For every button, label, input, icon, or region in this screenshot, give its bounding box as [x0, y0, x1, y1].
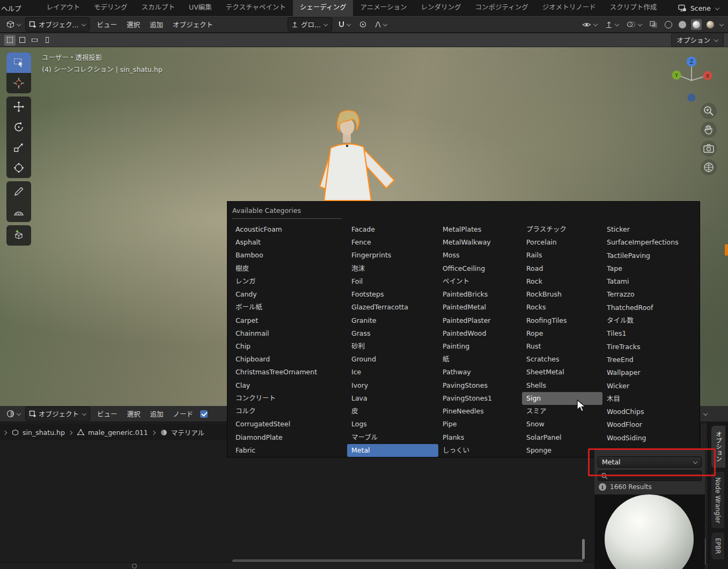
category-item[interactable]: Wallpaper: [602, 366, 697, 379]
category-item[interactable]: RoofingTiles: [522, 314, 602, 327]
scene-selector[interactable]: Scene: [678, 4, 728, 12]
category-item[interactable]: スミア: [522, 405, 602, 418]
tool-annotate[interactable]: [6, 181, 31, 202]
category-item[interactable]: 皮: [347, 405, 438, 418]
falloff-dropdown[interactable]: [372, 19, 390, 29]
category-item[interactable]: レンガ: [231, 275, 347, 288]
category-item[interactable]: ChristmasTreeOrnament: [231, 366, 347, 379]
workspace-tab[interactable]: シェーディング: [293, 0, 354, 16]
category-item[interactable]: GlazedTerracotta: [347, 301, 438, 314]
select-mode-extend-button[interactable]: [17, 35, 28, 46]
category-item[interactable]: Ground: [347, 353, 438, 366]
category-item[interactable]: Rock: [522, 275, 602, 288]
category-item[interactable]: SolarPanel: [522, 431, 602, 444]
category-item[interactable]: PaintedMetal: [438, 301, 522, 314]
use-nodes-checkbox[interactable]: [200, 410, 208, 418]
tool-add-cube[interactable]: [6, 225, 31, 246]
category-item[interactable]: PavingStones: [438, 379, 522, 392]
category-item[interactable]: Fabric: [231, 444, 347, 457]
breadcrumb-item[interactable]: male_generic.011: [88, 428, 148, 437]
category-item[interactable]: 砂利: [347, 340, 438, 353]
category-item[interactable]: Rope: [522, 327, 602, 340]
category-item[interactable]: Wicker: [602, 380, 697, 393]
workspace-tab[interactable]: スクリプト作成: [603, 0, 664, 16]
workspace-tab[interactable]: モデリング: [87, 0, 135, 16]
menu-help[interactable]: ヘルプ: [0, 3, 27, 13]
category-item[interactable]: Rocks: [522, 301, 602, 314]
category-item[interactable]: Foil: [347, 275, 438, 288]
category-item[interactable]: Tiles1: [602, 327, 697, 340]
workspace-tab[interactable]: レイアウト: [40, 0, 87, 16]
tool-move[interactable]: [6, 97, 31, 117]
shader-editor-type-button[interactable]: [4, 408, 23, 419]
shading-dropdown-chevron[interactable]: [719, 22, 724, 27]
workspace-tab[interactable]: コンポジティング: [468, 0, 535, 16]
ortho-toggle-button[interactable]: [701, 159, 717, 175]
category-item[interactable]: Road: [522, 262, 602, 275]
category-item[interactable]: 紙: [438, 353, 522, 366]
category-item[interactable]: Planks: [438, 431, 522, 444]
sidebar-tab[interactable]: EPBR: [711, 533, 724, 559]
workspace-tab[interactable]: スカルプト: [135, 0, 182, 16]
category-item[interactable]: Terrazzo: [602, 288, 697, 301]
shader-type-dropdown[interactable]: オブジェクト: [25, 407, 90, 421]
category-item[interactable]: タイル数: [602, 314, 697, 327]
workspace-tab[interactable]: ジオメトリノード: [535, 0, 603, 16]
snap-button[interactable]: [336, 19, 354, 30]
category-item[interactable]: WoodFloor: [602, 418, 697, 431]
editor-type-button[interactable]: [4, 19, 23, 30]
pan-button[interactable]: [701, 122, 717, 138]
workspace-tab[interactable]: UV編集: [182, 0, 219, 16]
category-item[interactable]: PineNeedles: [438, 405, 522, 418]
category-item[interactable]: RockBrush: [522, 288, 602, 301]
category-item[interactable]: Rust: [522, 340, 602, 353]
shading-wireframe-button[interactable]: [663, 19, 674, 30]
visibility-dropdown[interactable]: [580, 20, 600, 29]
workspace-tab[interactable]: アニメーション: [353, 0, 414, 16]
category-item[interactable]: Fingerprints: [347, 249, 438, 262]
category-item[interactable]: ThatchedRoof: [602, 301, 697, 314]
category-item[interactable]: Logs: [347, 418, 438, 431]
category-item[interactable]: 泡沫: [347, 262, 438, 275]
category-item[interactable]: 樹皮: [231, 262, 347, 275]
category-item[interactable]: ペイント: [438, 275, 522, 288]
category-item[interactable]: Tatami: [602, 275, 697, 288]
category-item[interactable]: AcousticFoam: [231, 223, 347, 236]
shading-material-button[interactable]: [691, 19, 702, 30]
category-item[interactable]: Painting: [438, 340, 522, 353]
category-item[interactable]: プラスチック: [522, 223, 602, 236]
tool-select-box[interactable]: [6, 53, 31, 73]
category-item[interactable]: Metal: [347, 444, 438, 457]
category-item[interactable]: Clay: [231, 379, 347, 392]
category-item[interactable]: ボール紙: [231, 301, 347, 314]
tool-scale[interactable]: [6, 137, 31, 158]
category-item[interactable]: Snow: [522, 418, 602, 431]
sidebar-tab[interactable]: Node Wrangler: [711, 472, 724, 529]
tool-3d-cursor[interactable]: [6, 73, 31, 93]
camera-view-button[interactable]: [701, 141, 717, 157]
category-item[interactable]: Scratches: [522, 353, 602, 366]
category-item[interactable]: TactilePaving: [602, 249, 697, 262]
menu-item[interactable]: ビュー: [92, 17, 122, 32]
navigation-gizmo[interactable]: Z Y X: [667, 53, 716, 104]
category-item[interactable]: Porcelain: [522, 236, 602, 249]
category-item[interactable]: Candy: [231, 288, 347, 301]
tool-rotate[interactable]: [6, 117, 31, 137]
panel-scroll-thumb[interactable]: [582, 539, 585, 559]
category-item[interactable]: マーブル: [347, 431, 438, 444]
breadcrumb-item[interactable]: マテリアル: [171, 427, 204, 438]
category-item[interactable]: DiamondPlate: [231, 431, 347, 444]
category-item[interactable]: MetalPlates: [438, 223, 522, 236]
category-item[interactable]: SurfaceImperfections: [602, 236, 697, 249]
category-item[interactable]: PaintedPlaster: [438, 314, 522, 327]
breadcrumb-expand-icon[interactable]: [3, 430, 8, 435]
category-item[interactable]: Ivory: [347, 379, 438, 392]
select-mode-new-button[interactable]: [4, 35, 16, 46]
shading-solid-button[interactable]: [677, 19, 688, 30]
category-item[interactable]: Chipboard: [231, 353, 347, 366]
menu-item[interactable]: ノード: [168, 407, 198, 421]
select-mode-subtract-button[interactable]: [29, 35, 40, 46]
category-item[interactable]: PaintedWood: [438, 327, 522, 340]
category-item[interactable]: WoodSiding: [602, 432, 697, 445]
proportional-editing-toggle[interactable]: [357, 19, 369, 29]
